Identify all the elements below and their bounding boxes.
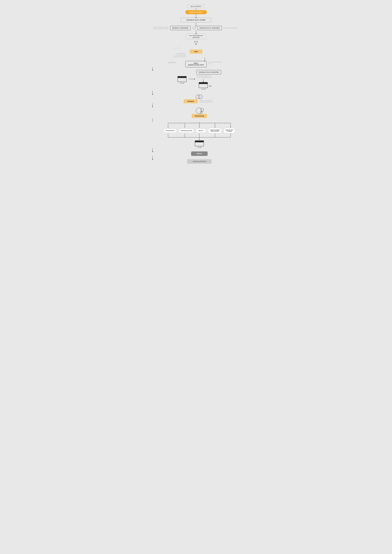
svg-line-2 <box>173 49 174 49</box>
gps-section: GOOGLE PLAY STORE <box>146 18 246 26</box>
health-fitness-box: HEALTH AND FITNESS <box>224 128 235 133</box>
gps-suggested-note: Google play suggested apps for each body… <box>196 75 212 78</box>
svg-marker-21 <box>199 127 200 128</box>
main-diagram: Query definition "Body face editor" GOOG… <box>146 5 246 164</box>
query-definition-box: Query definition <box>187 5 205 8</box>
xlsx-x20-row: .xlsx file x20 <box>199 82 211 90</box>
google-play-scraper-box: GOOGLE PLAY SCRAPER <box>197 26 222 30</box>
other-apps-arrow <box>172 59 172 62</box>
svg-point-6 <box>196 95 200 99</box>
manual-scraping-box: MANUAL SCRAPING <box>170 26 190 30</box>
filter-section: ✕ Face Modification, Collage Image, Deep… <box>146 46 246 57</box>
gephi-section: GEPHI <box>146 152 246 159</box>
gephi-box-wrap: GEPHI <box>191 152 208 156</box>
xlsx-file-box-2 <box>199 82 208 88</box>
visualization-section: VISUALIZATION <box>146 159 246 164</box>
xlsx-file-2: .xlsx file <box>199 82 208 90</box>
categories-section: PHOTOGRAPHY PERSONALIZATION BEAUTY VIDEO… <box>146 122 246 140</box>
clusterizing-section: Clusterizing <box>146 107 246 122</box>
screenshot-note: Screenshotting the icons of the apps in … <box>153 27 168 30</box>
xlsx-label-1: .xlsx file <box>180 83 184 84</box>
visualization-box: VISUALIZATION <box>187 159 211 164</box>
other-apps-arrow-svg: ✕ <box>173 46 186 52</box>
other-apps-side: OTHER APPS <box>168 59 176 63</box>
retrieving-note: Retriving apps informations <box>224 27 239 29</box>
other-apps-branch: ✕ Face Modification, Collage Image, Deep… <box>173 46 186 57</box>
svg-marker-5 <box>172 61 172 62</box>
svg-marker-19 <box>168 127 168 128</box>
body-face-editor-pill: "Body face editor" <box>185 10 207 14</box>
gps-2-section: GOOGLE PLAY SCRAPER Google play suggeste… <box>196 70 221 90</box>
bracket-svg <box>160 122 238 128</box>
xlsx-row: .xlsx file GOOGLE PLAY SCRAPER Google pl… <box>178 70 221 90</box>
merging-row: Merging Merging seeds apps with respecti… <box>184 99 215 103</box>
x20-label: x20 <box>209 85 211 87</box>
clusterizing-box: Clusterizing <box>192 114 207 118</box>
filter-row: ✕ Face Modification, Collage Image, Deep… <box>146 46 246 57</box>
other-apps-label: OTHER APPS <box>168 62 176 63</box>
merging-section: Merging Merging seeds apps with respecti… <box>146 90 246 107</box>
bottom-bracket-container <box>160 133 238 140</box>
filter-center: Filter <box>190 49 202 54</box>
body-mod-side: BODY MODIFICATION APPS First 20 apps res… <box>185 57 224 67</box>
viz-box-wrap: VISUALIZATION <box>187 159 211 164</box>
svg-point-9 <box>201 108 203 111</box>
svg-marker-31 <box>199 139 200 140</box>
filter-box: Filter <box>190 49 202 54</box>
query-def-section: Query definition "Body face editor" <box>146 5 246 18</box>
merge-circles <box>196 94 203 99</box>
svg-marker-20 <box>184 127 185 128</box>
svg-point-10 <box>200 111 203 114</box>
beauty-box: BEAUTY <box>196 129 206 133</box>
bottom-bracket-svg <box>160 133 238 140</box>
full-page-section: FULL PAGE RESULTS (240 APPS) <box>146 34 246 46</box>
xlsx-file-box-3 <box>195 140 204 146</box>
merging-note: Merging seeds apps with respective sugge… <box>199 100 215 103</box>
svg-marker-22 <box>215 127 216 128</box>
categories-row: PHOTOGRAPHY PERSONALIZATION BEAUTY VIDEO… <box>164 128 235 133</box>
google-play-scraper-2-box: GOOGLE PLAY SCRAPER <box>196 70 221 74</box>
xlsx-gps-section: .xlsx file GOOGLE PLAY SCRAPER Google pl… <box>146 67 246 90</box>
first-20-note: First 20 apps results of the page <box>208 61 224 64</box>
personalization-box: PERSONALIZATION <box>179 129 194 133</box>
plus-icon: + <box>192 27 196 30</box>
funnel-icon <box>194 41 198 46</box>
video-players-box: VIDEO PLAYERS AND EDITORS <box>208 128 222 133</box>
cluster-circles <box>195 107 204 114</box>
scraping-section: Screenshotting the icons of the apps in … <box>146 26 246 34</box>
body-mod-row: BODY MODIFICATION APPS First 20 apps res… <box>185 61 224 67</box>
xlsx-file-1: .xlsx file <box>178 76 187 84</box>
svg-line-1 <box>173 48 174 49</box>
body-modification-box: BODY MODIFICATION APPS <box>185 61 207 67</box>
xlsx3-section: .xlsx file <box>146 140 246 152</box>
xlsx-label-3: .xlsx file <box>197 147 202 148</box>
svg-marker-23 <box>230 127 231 128</box>
apps-row-section: OTHER APPS BODY MODIFICATION APPS First … <box>146 57 246 67</box>
xlsx-file-box-1 <box>178 76 187 82</box>
svg-point-7 <box>198 95 202 99</box>
merging-box: Merging <box>184 99 198 103</box>
full-page-results-box: FULL PAGE RESULTS (240 APPS) <box>186 34 206 40</box>
arrow-to-scraper <box>189 79 194 79</box>
photography-box: PHOTOGRAPHY <box>164 129 177 133</box>
xlsx-label-2: .xlsx file <box>201 89 205 90</box>
bracket-container <box>160 122 238 128</box>
svg-text:✕: ✕ <box>176 47 177 48</box>
svg-marker-0 <box>194 42 198 45</box>
gephi-box: GEPHI <box>191 152 208 156</box>
xlsx-file-3-group: .xlsx file <box>195 140 204 148</box>
apps-split-row: OTHER APPS BODY MODIFICATION APPS First … <box>146 57 246 67</box>
clusterizing-label: Clusterizing <box>192 114 207 118</box>
